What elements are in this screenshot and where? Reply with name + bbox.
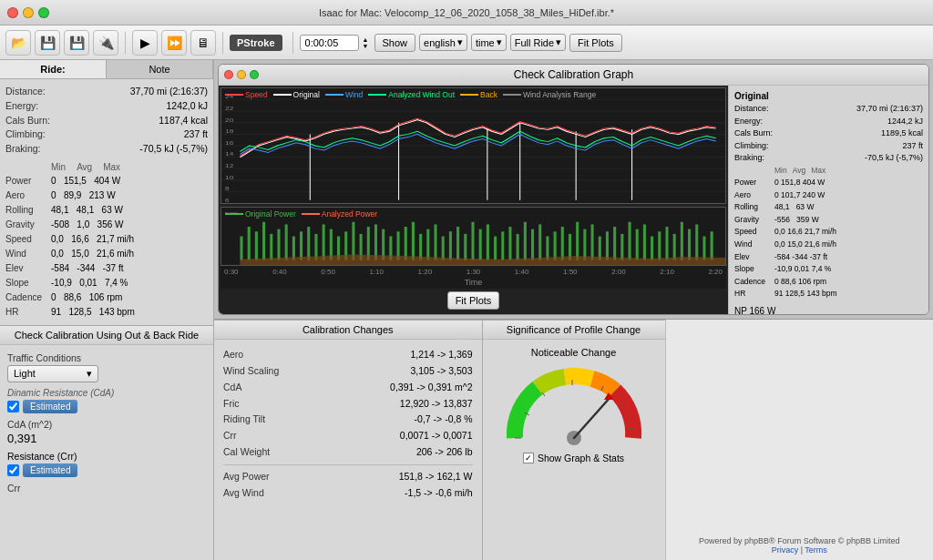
legend-analyzed-wind-out: Analyzed Wind Out bbox=[368, 90, 455, 99]
orig-np-section: NP 166 W CdA: 0,391 m^2; Crr: 0,0071 206… bbox=[734, 304, 923, 314]
sidebar-content: Distance: 37,70 mi (2:16:37) Energy: 124… bbox=[0, 79, 213, 325]
svg-rect-51 bbox=[412, 222, 415, 260]
footer-separator: | bbox=[801, 545, 803, 555]
toolbar: 📂 💾 💾 🔌 ▶ ⏩ 🖥 PStroke ▲ ▼ Show english ▾… bbox=[0, 25, 933, 60]
language-dropdown[interactable]: english ▾ bbox=[419, 34, 467, 51]
ccg-body: Speed Original Wind bbox=[219, 86, 928, 314]
svg-rect-87 bbox=[681, 222, 683, 260]
power-graph: Original Power Analyzed Power 500 bbox=[220, 207, 726, 266]
svg-rect-81 bbox=[636, 229, 639, 260]
noticeable-change-label: Noticeable Change bbox=[531, 347, 617, 358]
save2-icon[interactable]: 💾 bbox=[64, 30, 89, 56]
ccg-min-button[interactable] bbox=[237, 70, 246, 79]
resistance-label: Resistance (Crr) bbox=[7, 451, 206, 462]
table-row: HR91 128,5 143 bpm bbox=[5, 305, 208, 320]
svg-text:20: 20 bbox=[225, 117, 233, 122]
display-icon[interactable]: 🖥 bbox=[190, 30, 216, 56]
svg-text:14: 14 bbox=[225, 152, 233, 157]
time-dropdown[interactable]: time ▾ bbox=[471, 34, 507, 51]
svg-text:10: 10 bbox=[225, 175, 233, 179]
legend-original-power: Original Power bbox=[225, 209, 296, 219]
fit-plots-button[interactable]: Fit Plots bbox=[447, 291, 500, 310]
table-row: HR91 128,5 143 bpm bbox=[734, 288, 923, 300]
original-color bbox=[273, 94, 292, 96]
tab-ride[interactable]: Ride: bbox=[0, 60, 107, 78]
left-sidebar: Ride: Note Distance: 37,70 mi (2:16:37) … bbox=[0, 60, 214, 560]
cda-row: Dinamic Resistance (CdA) Estimated bbox=[7, 388, 206, 413]
svg-rect-83 bbox=[651, 237, 653, 260]
ccg-max-button[interactable] bbox=[250, 70, 259, 79]
time-label: Time bbox=[220, 278, 726, 289]
svg-rect-54 bbox=[434, 224, 436, 260]
traffic-row: Traffic Conditions Light ▾ bbox=[7, 352, 206, 382]
significance-panel: Significance of Profile Change Noticeabl… bbox=[483, 320, 665, 560]
tab-note[interactable]: Note bbox=[107, 60, 213, 78]
change-riding-tilt: Riding Tilt -0,7 -> -0,8 % bbox=[223, 412, 473, 428]
svg-rect-89 bbox=[695, 224, 698, 260]
powered-by-text: Powered by phpBB® Forum Software © phpBB… bbox=[699, 536, 899, 545]
bottom-row: Calibration Changes Aero 1,214 -> 1,369 … bbox=[214, 319, 933, 560]
open-icon[interactable]: 📂 bbox=[5, 30, 31, 56]
separator3 bbox=[292, 32, 293, 54]
svg-rect-61 bbox=[487, 224, 489, 260]
ccg-right-panel: Original Distance: 37,70 mi (2:16:37) En… bbox=[728, 86, 928, 314]
crr-estimated-badge: Estimated bbox=[23, 463, 77, 477]
original-power-color bbox=[225, 213, 243, 215]
traffic-dropdown[interactable]: Light ▾ bbox=[7, 365, 98, 382]
maximize-button[interactable] bbox=[38, 7, 49, 18]
time-input[interactable] bbox=[300, 35, 359, 51]
crr-checkbox[interactable] bbox=[7, 464, 19, 476]
svg-rect-84 bbox=[658, 231, 661, 260]
svg-rect-58 bbox=[464, 234, 466, 260]
pstroke-logo: PStroke bbox=[230, 35, 282, 51]
original-section: Original Distance: 37,70 mi (2:16:37) En… bbox=[734, 91, 923, 314]
cda-label: CdA (m^2) bbox=[7, 419, 206, 430]
svg-rect-78 bbox=[613, 227, 616, 260]
svg-rect-68 bbox=[538, 224, 541, 260]
svg-line-94 bbox=[574, 397, 610, 438]
sidebar-tabs: Ride: Note bbox=[0, 60, 213, 79]
cda-value-row: CdA (m^2) 0,391 bbox=[7, 419, 206, 445]
braking-row: Braking: -70,5 kJ (-5,7%) bbox=[5, 142, 208, 157]
save-icon[interactable]: 💾 bbox=[35, 30, 60, 56]
ccg-titlebar: Check Calibration Graph bbox=[219, 65, 928, 86]
cda-checkbox[interactable] bbox=[7, 401, 19, 412]
svg-rect-37 bbox=[307, 227, 310, 260]
show-graph-row: ✓ Show Graph & Stats bbox=[523, 453, 624, 463]
table-row: Slope-10,9 0,01 7,4 % bbox=[734, 263, 923, 276]
svg-rect-76 bbox=[599, 237, 601, 260]
time-stepper[interactable]: ▲ ▼ bbox=[363, 36, 369, 49]
legend-speed: Speed bbox=[225, 90, 268, 99]
climbing-row: Climbing: 237 ft bbox=[5, 127, 208, 142]
table-row: Aero0 89,9 213 W bbox=[5, 188, 208, 203]
privacy-link[interactable]: Privacy bbox=[772, 545, 799, 555]
power-legend: Original Power Analyzed Power bbox=[225, 209, 377, 219]
forward-icon[interactable]: ⏩ bbox=[161, 30, 187, 56]
legend-wind: Wind bbox=[325, 90, 363, 99]
svg-rect-82 bbox=[643, 224, 646, 260]
play-icon[interactable]: ▶ bbox=[132, 30, 158, 56]
svg-text:22: 22 bbox=[225, 106, 233, 110]
change-avg-power: Avg Power 151,8 -> 162,1 W bbox=[223, 469, 473, 485]
show-button[interactable]: Show bbox=[374, 34, 416, 52]
footer-area: Powered by phpBB® Forum Software © phpBB… bbox=[665, 320, 934, 560]
show-graph-checkbox[interactable]: ✓ bbox=[523, 453, 534, 463]
braking-value: -70,5 kJ (-5,7%) bbox=[139, 142, 208, 157]
calib-body: Traffic Conditions Light ▾ Dinamic Resis… bbox=[0, 345, 213, 506]
svg-rect-77 bbox=[606, 231, 609, 260]
change-avg-wind: Avg Wind -1,5 -> -0,6 mi/h bbox=[223, 485, 473, 502]
svg-text:18: 18 bbox=[225, 129, 233, 134]
ccg-close-button[interactable] bbox=[224, 70, 233, 79]
table-row: Wind0,0 15,0 21,6 mi/h bbox=[5, 247, 208, 261]
minimize-button[interactable] bbox=[23, 7, 34, 18]
terms-link[interactable]: Terms bbox=[805, 545, 827, 555]
svg-rect-69 bbox=[546, 237, 549, 260]
table-row: Cadence0 88,6 106 rpm bbox=[5, 290, 208, 305]
wind-color bbox=[325, 94, 343, 96]
svg-rect-36 bbox=[300, 231, 302, 260]
close-button[interactable] bbox=[7, 7, 18, 18]
usb-icon[interactable]: 🔌 bbox=[93, 30, 118, 56]
fit-plots-toolbar-button[interactable]: Fit Plots bbox=[569, 34, 622, 52]
ride-dropdown[interactable]: Full Ride ▾ bbox=[510, 34, 566, 51]
separator bbox=[125, 32, 126, 54]
